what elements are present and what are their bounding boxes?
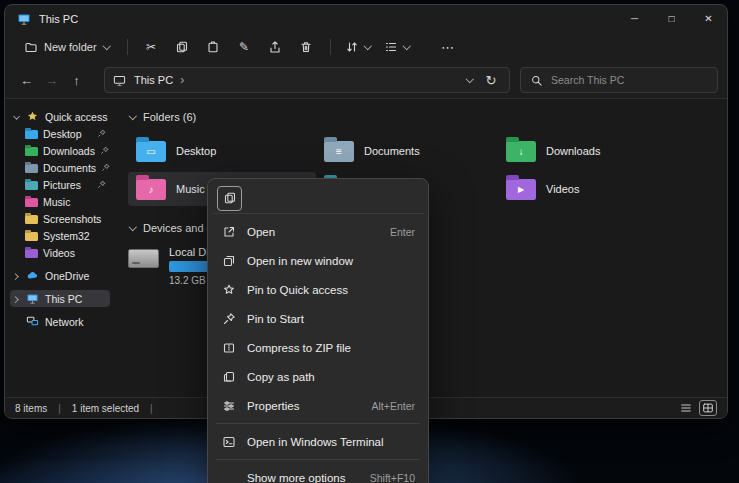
sidebar-item-quick-access[interactable]: Quick access [10,108,110,125]
folder-icon [25,232,38,241]
refresh-button[interactable]: ↻ [480,69,502,91]
maximize-button[interactable]: □ [653,5,690,32]
chevron-down-icon [13,114,19,120]
search-box[interactable] [520,67,718,93]
sidebar-item-desktop[interactable]: Desktop [10,125,110,142]
folder-name: Documents [364,145,420,157]
copy-icon [222,191,237,205]
sidebar-item-onedrive[interactable]: OneDrive [10,267,110,284]
terminal-icon [221,435,236,449]
sidebar-item-downloads[interactable]: Downloads [10,142,110,159]
this-pc-icon [112,74,127,87]
sidebar-item-pictures[interactable]: Pictures [10,176,110,193]
rename-button[interactable]: ✎ [229,35,260,59]
menu-item-label: Properties [247,400,299,412]
chevron-right-icon[interactable]: › [180,74,184,86]
cut-button[interactable]: ✂ [136,35,167,59]
pin-icon [97,129,106,138]
sidebar-item-label: Network [45,316,84,328]
this-pc-icon [25,292,40,305]
desktop-folder-icon: ▭ [136,141,166,162]
open-icon [221,225,236,239]
search-input[interactable] [551,74,709,86]
paste-button[interactable] [198,35,229,59]
context-menu-separator [216,459,420,460]
delete-button[interactable] [291,35,322,59]
sidebar-item-screenshots[interactable]: Screenshots [10,210,110,227]
folder-tile-downloads[interactable]: ↓ Downloads [498,134,708,168]
see-more-button[interactable]: ⋯ [433,35,464,59]
downloads-folder-icon [25,147,38,156]
menu-item-copy-as-path[interactable]: Copy as path [212,362,424,391]
sidebar: Quick access Desktop Downloads Documents [5,99,113,397]
large-icons-view-button[interactable] [699,400,717,416]
menu-item-pin-to-start[interactable]: Pin to Start [212,304,424,333]
menu-item-properties[interactable]: Properties Alt+Enter [212,391,424,420]
folder-glyph: ↓ [506,141,536,162]
properties-icon [221,399,236,413]
downloads-folder-icon: ↓ [506,141,536,162]
folder-tile-documents[interactable]: ≡ Documents [316,134,498,168]
copy-button[interactable] [167,35,198,59]
window-controls: ─ □ ✕ [616,5,727,32]
sidebar-item-videos[interactable]: Videos [10,244,110,261]
folder-glyph: ♪ [136,179,166,200]
menu-item-pin-to-quick-access[interactable]: Pin to Quick access [212,275,424,304]
folder-tile-desktop[interactable]: ▭ Desktop [128,134,316,168]
folder-icon [25,215,38,224]
new-folder-button[interactable]: New folder [15,37,119,57]
minimize-button[interactable]: ─ [616,5,653,32]
view-icon [384,40,399,54]
copy-icon [175,40,190,54]
documents-folder-icon [25,164,38,173]
sidebar-item-label: Documents [43,162,96,174]
chevron-right-icon [13,296,19,302]
sidebar-item-label: Pictures [43,179,81,191]
details-view-button[interactable] [677,400,695,416]
menu-item-show-more-options[interactable]: Show more options Shift+F10 [212,463,424,483]
close-button[interactable]: ✕ [690,5,727,32]
folder-name: Desktop [176,145,216,157]
folder-name: Music [176,183,205,195]
view-toggles [677,400,717,416]
sort-button[interactable] [339,35,378,59]
trash-icon [299,40,314,54]
sidebar-item-network[interactable]: Network [10,313,110,330]
sidebar-item-music[interactable]: Music [10,193,110,210]
address-bar: ← → ↑ This PC › ↻ [5,62,727,99]
menu-item-label: Compress to ZIP file [247,342,351,354]
view-button[interactable] [378,35,417,59]
pin-icon [221,312,236,326]
chevron-right-icon [13,273,19,279]
command-bar: New folder ✂ ✎ [5,32,727,62]
folder-tile-videos[interactable]: ▶ Videos [498,172,708,206]
sidebar-item-system32[interactable]: System32 [10,227,110,244]
folder-glyph: ▶ [506,179,536,200]
toolbar-separator [127,39,128,55]
folders-section-label: Folders (6) [143,111,196,123]
menu-item-open-in-windows-terminal[interactable]: Open in Windows Terminal [212,427,424,456]
chevron-down-icon [403,43,411,51]
back-button[interactable]: ← [14,68,39,93]
menu-item-shortcut: Alt+Enter [372,400,415,412]
forward-button[interactable]: → [39,68,64,93]
address-dropdown-icon[interactable] [465,76,473,84]
folders-section-header[interactable]: Folders (6) [128,111,727,123]
menu-item-label: Copy as path [247,371,315,383]
share-button[interactable] [260,35,291,59]
videos-folder-icon: ▶ [506,179,536,200]
up-button[interactable]: ↑ [64,68,89,93]
menu-item-open[interactable]: Open Enter [212,217,424,246]
status-separator: | [150,403,153,414]
folder-name: Videos [546,183,579,195]
breadcrumb[interactable]: This PC › ↻ [104,67,510,93]
documents-folder-icon: ≡ [324,141,354,162]
sidebar-item-documents[interactable]: Documents [10,159,110,176]
menu-item-compress-to-zip[interactable]: Compress to ZIP file [212,333,424,362]
copy-button[interactable] [217,186,242,211]
context-menu: Open Enter Open in new window Pin to Qui… [207,178,429,483]
breadcrumb-location[interactable]: This PC [134,74,173,86]
sidebar-item-this-pc[interactable]: This PC [10,290,110,307]
sidebar-item-label: Music [43,196,70,208]
menu-item-open-in-new-window[interactable]: Open in new window [212,246,424,275]
